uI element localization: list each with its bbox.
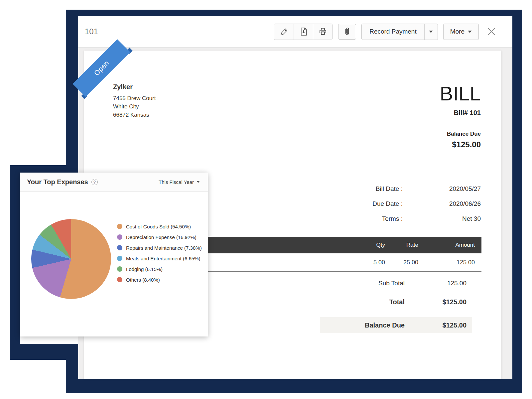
legend-item: Lodging (6.15%): [117, 265, 202, 273]
amount-column-header: Amount: [425, 242, 481, 248]
rate-column-header: Rate: [392, 242, 425, 248]
printer-icon: [319, 28, 327, 36]
close-button[interactable]: [486, 26, 497, 37]
due-date-label: Due Date :: [372, 200, 403, 207]
qty-column-header: Qty: [358, 242, 392, 248]
legend-item: Cost of Goods Sold (54.50%): [117, 223, 202, 230]
more-label: More: [450, 28, 465, 35]
subtotal-value: 125.00: [405, 280, 472, 287]
caret-down-icon: [197, 181, 200, 183]
rate-cell: 25.00: [392, 259, 425, 266]
attach-file-button[interactable]: [338, 24, 356, 40]
total-value: $125.00: [405, 298, 472, 306]
legend-label: Cost of Goods Sold (54.50%): [126, 224, 191, 229]
balance-due-value: $125.00: [440, 140, 481, 149]
top-expenses-body: Cost of Goods Sold (54.50%)Depreciation …: [20, 192, 208, 336]
legend-swatch: [117, 266, 122, 272]
pie-legend: Cost of Goods Sold (54.50%)Depreciation …: [117, 223, 202, 283]
top-expenses-card: Your Top Expenses ? This Fiscal Year Cos…: [20, 173, 208, 336]
record-payment-button[interactable]: Record Payment: [362, 24, 424, 40]
export-pdf-button[interactable]: [294, 24, 313, 40]
pencil-icon: [280, 28, 288, 36]
legend-swatch: [117, 234, 122, 240]
page: 101: [0, 0, 532, 399]
qty-cell: 5.00: [358, 259, 392, 266]
bill-date-row: Bill Date : 2020/05/27: [372, 181, 481, 196]
legend-label: Depreciation Expense (16.92%): [126, 234, 197, 240]
balance-due-row-label: Balance Due: [320, 322, 405, 329]
top-expenses-title: Your Top Expenses: [27, 178, 88, 186]
legend-swatch: [117, 245, 122, 250]
period-label: This Fiscal Year: [159, 179, 194, 185]
help-icon[interactable]: ?: [91, 179, 98, 185]
caret-down-icon: [468, 31, 472, 33]
record-payment-dropdown[interactable]: [424, 24, 438, 40]
top-expenses-header: Your Top Expenses ? This Fiscal Year: [20, 173, 208, 192]
vendor-address-line: 66872 Kansas: [113, 111, 156, 119]
pdf-file-icon: [300, 28, 307, 36]
paperclip-icon: [344, 27, 350, 36]
more-button[interactable]: More: [443, 24, 479, 40]
legend-item: Depreciation Expense (16.92%): [117, 233, 202, 241]
total-label: Total: [320, 298, 405, 306]
total-row: Total $125.00: [320, 293, 472, 311]
balance-due-row-value: $125.00: [405, 322, 472, 329]
frame-border-top: [66, 10, 522, 16]
close-x-icon: [487, 27, 496, 36]
status-ribbon: Open: [84, 51, 141, 107]
legend-label: Repairs and Maintenance (7.38%): [126, 245, 202, 251]
legend-item: Repairs and Maintenance (7.38%): [117, 244, 202, 251]
bill-number: Bill# 101: [440, 109, 481, 117]
frame-border-right: [512, 10, 522, 393]
terms-row: Terms : Net 30: [372, 211, 481, 226]
period-selector[interactable]: This Fiscal Year: [159, 179, 200, 185]
terms-value: Net 30: [403, 215, 481, 222]
balance-due-label: Balance Due: [440, 131, 481, 137]
legend-swatch: [117, 277, 122, 282]
caret-down-icon: [429, 31, 433, 33]
print-button[interactable]: [313, 24, 332, 40]
terms-label: Terms :: [382, 215, 403, 222]
bill-date-value: 2020/05/27: [403, 185, 481, 193]
bill-header-block: BILL Bill# 101 Balance Due $125.00: [440, 84, 481, 149]
status-badge: Open: [72, 39, 130, 97]
record-payment-split-button: Record Payment: [361, 24, 438, 40]
bill-number-heading: 101: [85, 27, 98, 36]
legend-item: Others (8.40%): [117, 276, 202, 283]
document-type-title: BILL: [440, 84, 481, 104]
totals-block: Sub Total 125.00 Total $125.00 Balance D…: [320, 274, 472, 333]
due-date-value: 2020/06/26: [403, 200, 481, 207]
amount-cell: 125.00: [425, 259, 481, 266]
legend-label: Others (8.40%): [126, 277, 160, 283]
subtotal-label: Sub Total: [320, 280, 405, 287]
edit-button[interactable]: [274, 24, 294, 40]
legend-label: Lodging (6.15%): [126, 266, 163, 272]
bill-meta-block: Bill Date : 2020/05/27 Due Date : 2020/0…: [372, 181, 481, 226]
due-date-row: Due Date : 2020/06/26: [372, 196, 481, 211]
expenses-pie-chart[interactable]: [31, 219, 111, 299]
frame-border-bottom: [66, 379, 522, 393]
subtotal-row: Sub Total 125.00: [320, 274, 472, 293]
toolbar: 101: [78, 16, 512, 48]
legend-label: Meals and Entertainment (6.65%): [126, 256, 200, 261]
document-actions-group: [274, 24, 332, 40]
bill-date-label: Bill Date :: [376, 185, 403, 193]
legend-swatch: [117, 224, 122, 229]
record-payment-label: Record Payment: [369, 28, 417, 35]
legend-item: Meals and Entertainment (6.65%): [117, 255, 202, 262]
balance-due-row: Balance Due $125.00: [320, 317, 472, 333]
legend-swatch: [117, 256, 122, 261]
